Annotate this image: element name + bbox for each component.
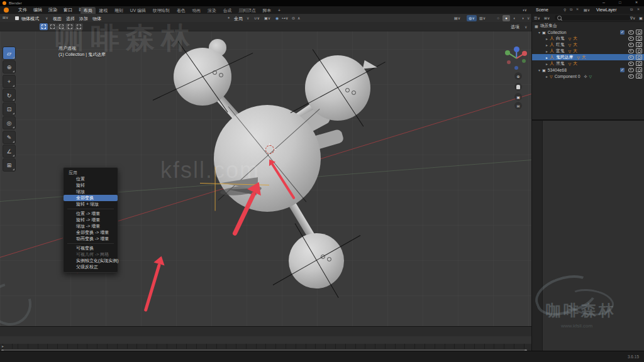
outliner-item-label[interactable]: 场景集合	[540, 23, 557, 29]
workspace-tab-1[interactable]: 建模	[96, 7, 111, 14]
menu-item-1[interactable]: 旋转	[64, 182, 118, 189]
outliner-row-白鬼[interactable]: ▸人白鬼▽大	[532, 35, 644, 41]
pan-hand-icon[interactable]	[514, 83, 522, 90]
topbar-menu-1[interactable]: 编辑	[30, 7, 45, 13]
menu-item-10[interactable]: 动画变换 -> 增量	[64, 236, 118, 242]
outliner-search-input[interactable]	[555, 15, 630, 20]
gizmo-x-ball[interactable]	[522, 51, 527, 56]
menu-item-2[interactable]: 缩放	[64, 189, 118, 195]
workspace-tab-4[interactable]: 纹理绘制	[150, 7, 173, 14]
gizmo-y-neg-ball[interactable]	[522, 59, 526, 63]
close-button[interactable]: ×	[635, 0, 638, 4]
camera-view-icon[interactable]: ▣	[514, 93, 522, 101]
menu-item-14[interactable]: 实例独立化(实现实例)	[64, 258, 118, 264]
tool-box-select[interactable]: ▱	[3, 47, 16, 60]
outliner-row-Collection[interactable]: ▾▣Collection✓	[532, 29, 644, 35]
editor-type-icon[interactable]: ⊞∨	[3, 15, 8, 19]
disable-render-icon[interactable]	[636, 36, 642, 41]
blender-menu-icon[interactable]	[4, 8, 9, 13]
rendered-shading-icon[interactable]: ◑	[519, 15, 526, 21]
outliner-item-label[interactable]: 红鬼	[556, 41, 565, 48]
outliner-row-黑鬼[interactable]: ▸人黑鬼▽大	[532, 60, 644, 67]
workspace-tab-2[interactable]: 雕刻	[111, 7, 126, 14]
outliner-row-蓝鬼[interactable]: ▸人蓝鬼▽大	[532, 48, 644, 54]
disable-render-icon[interactable]	[636, 42, 642, 47]
hide-eye-icon[interactable]	[628, 55, 634, 60]
minimize-button[interactable]: –	[602, 0, 605, 4]
proportional-falloff-icon[interactable]: ⊶∨	[282, 16, 288, 20]
viewlayer-browse-icon[interactable]: ▤∨	[584, 8, 590, 12]
transform-orientation[interactable]: 全局	[234, 16, 243, 22]
show-gizmo-icon[interactable]: ▤∨	[454, 16, 460, 20]
gizmo-y-ball[interactable]	[505, 50, 510, 55]
gizmo-x-neg-ball[interactable]	[507, 60, 511, 64]
tool-add-primitive[interactable]: ⊞	[3, 158, 16, 172]
disable-render-icon[interactable]	[636, 67, 642, 72]
timeline-ruler[interactable]	[0, 336, 531, 344]
zoom-icon[interactable]: ⊕	[514, 72, 522, 80]
outliner-item-label[interactable]: 53404e68	[548, 68, 567, 72]
select-mode-button-0[interactable]	[40, 23, 48, 30]
mode-selector[interactable]: 物体模式	[21, 16, 39, 22]
menu-item-7[interactable]: 旋转 -> 增量	[64, 217, 118, 223]
outliner-item-label[interactable]: 黑鬼	[556, 60, 565, 67]
outliner-row-Component 0[interactable]: ▸▽Component 0✣▽	[532, 73, 644, 79]
outliner-display-mode-icon[interactable]: ☰∨	[534, 16, 540, 20]
outliner-filter-icon[interactable]: ∇∨	[630, 16, 635, 20]
outliner-item-label[interactable]: Collection	[548, 30, 567, 35]
menu-item-0[interactable]: 位置	[64, 176, 118, 182]
solid-shading-icon[interactable]: ●	[502, 15, 510, 21]
wireframe-shading-icon[interactable]: ○	[494, 15, 502, 21]
outliner-view-icon[interactable]: ⊞∨	[544, 16, 550, 20]
hide-eye-icon[interactable]	[628, 68, 634, 72]
hide-eye-icon[interactable]	[628, 30, 634, 35]
scene-browse-icon[interactable]: ◑∨	[522, 8, 527, 12]
menu-item-15[interactable]: 父级反校正	[64, 264, 118, 270]
scene-name[interactable]: Scene	[536, 8, 548, 12]
collection-checkbox[interactable]: ✓	[620, 30, 625, 35]
timeline-tracks[interactable]	[0, 344, 531, 349]
workspace-tab-0[interactable]: 布局	[80, 7, 96, 14]
topbar-menu-2[interactable]: 渲染	[45, 7, 60, 13]
viewlayer-name[interactable]: ViewLayer	[596, 8, 617, 12]
tool-options-dropdown-icon[interactable]: ∨	[525, 25, 527, 29]
viewport-3d[interactable]: ⊞∨物体模式∨视图选择添加物体⌖全局∨∪∨▣∨◉⊶∨⊙∧▤∨◍∨▥∨○●◐◑∨ …	[0, 14, 532, 326]
mode-dropdown-icon[interactable]: ∨	[45, 16, 48, 20]
show-overlays-icon[interactable]: ◍∨	[467, 15, 477, 21]
workspace-tab-5[interactable]: 着色	[174, 7, 189, 14]
tool-rotate[interactable]: ↻	[3, 89, 16, 102]
outliner-new-collection-icon[interactable]: ▣	[639, 16, 643, 20]
xray-toggle-icon[interactable]: ▥∨	[479, 16, 486, 20]
tool-cursor[interactable]: ⊕	[3, 60, 16, 74]
scene-new-icon[interactable]: ⧉	[570, 8, 572, 12]
menu-item-8[interactable]: 缩放 -> 增量	[64, 223, 118, 229]
collection-checkbox[interactable]: ✓	[620, 68, 625, 72]
maximize-button[interactable]: □	[619, 1, 621, 4]
workspace-tab-3[interactable]: UV 编辑	[127, 7, 149, 14]
menu-item-4[interactable]: 旋转 + 缩放	[64, 201, 118, 207]
outliner-item-label[interactable]: 蓝鬼	[556, 48, 565, 54]
viewlayer-new-icon[interactable]: ⧉	[630, 8, 633, 12]
editor-join-icon[interactable]	[245, 8, 250, 13]
outliner-row-鬼武达摩[interactable]: ▸人鬼武达摩▽大	[532, 54, 644, 60]
cursor-tool-icon[interactable]: ⊙	[292, 16, 295, 20]
menu-item-12[interactable]: 可视变换	[64, 245, 118, 251]
disable-render-icon[interactable]	[636, 61, 642, 66]
workspace-tab-10[interactable]: 脚本	[259, 7, 274, 14]
disable-render-icon[interactable]	[636, 30, 642, 35]
outliner-item-label[interactable]: Component 0	[555, 74, 580, 79]
gizmo-z-neg-ball[interactable]	[514, 66, 518, 70]
tool-options-label[interactable]: 选项	[511, 24, 519, 30]
hide-eye-icon[interactable]	[628, 62, 634, 66]
tool-scale[interactable]: ⊡	[3, 102, 16, 116]
snap-magnet-icon[interactable]: ∪∨	[254, 16, 260, 20]
workspace-tab-7[interactable]: 渲染	[204, 7, 219, 14]
tool-annotate[interactable]: ✎	[3, 131, 16, 144]
menu-item-9[interactable]: 全部变换 -> 增量	[64, 229, 118, 236]
scene-delete-icon[interactable]: ×	[576, 7, 579, 11]
gizmo-z-ball[interactable]	[514, 47, 519, 52]
disable-render-icon[interactable]	[636, 55, 642, 60]
outliner-row-红鬼[interactable]: ▸人红鬼▽大	[532, 41, 644, 48]
proportional-edit-icon[interactable]: ◉	[275, 16, 279, 20]
disable-render-icon[interactable]	[636, 48, 642, 53]
